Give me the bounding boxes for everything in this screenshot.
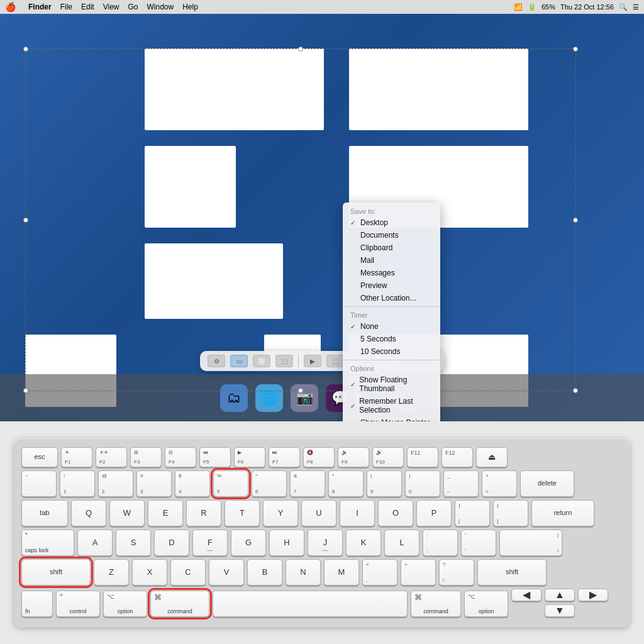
- key-power[interactable]: ⏏: [476, 447, 508, 467]
- key-4[interactable]: $ 4: [175, 470, 210, 497]
- key-j[interactable]: J —: [308, 530, 343, 556]
- ctx-remember-selection[interactable]: ✓Remember Last Selection: [343, 395, 440, 416]
- ctx-desktop[interactable]: ✓Desktop: [343, 216, 440, 229]
- key-f9[interactable]: 🔉 F9: [338, 447, 369, 467]
- key-comma[interactable]: < ,: [362, 559, 397, 586]
- key-left-arrow[interactable]: ◀: [511, 589, 541, 601]
- key-h[interactable]: H: [269, 530, 304, 556]
- key-k[interactable]: K: [346, 530, 381, 556]
- ctx-preview[interactable]: Preview: [343, 279, 440, 292]
- key-f3[interactable]: ⊞ F3: [130, 447, 162, 467]
- menu-finder[interactable]: Finder: [28, 3, 52, 11]
- key-tab[interactable]: tab: [21, 500, 68, 526]
- key-option-right[interactable]: ⌥ option: [464, 591, 508, 617]
- key-period[interactable]: > .: [401, 559, 436, 586]
- key-z[interactable]: Z: [94, 559, 129, 586]
- key-slash[interactable]: ? /: [439, 559, 474, 586]
- ctx-documents[interactable]: Documents: [343, 229, 440, 242]
- key-backslash[interactable]: | \: [499, 530, 562, 556]
- menu-edit[interactable]: Edit: [81, 3, 94, 11]
- key-equals[interactable]: + =: [482, 470, 517, 497]
- menu-help[interactable]: Help: [182, 3, 198, 11]
- key-delete[interactable]: delete: [520, 470, 574, 497]
- key-b[interactable]: B: [247, 559, 282, 586]
- key-c[interactable]: C: [170, 559, 206, 586]
- ctx-messages[interactable]: Messages: [343, 267, 440, 279]
- menu-view[interactable]: View: [103, 3, 119, 11]
- key-capslock[interactable]: * caps lock: [21, 530, 74, 556]
- key-bracket-right[interactable]: } ]: [493, 500, 528, 526]
- key-v[interactable]: V: [209, 559, 244, 586]
- menu-window[interactable]: Window: [147, 3, 174, 11]
- key-down-arrow[interactable]: ▼: [545, 604, 575, 617]
- toolbar-video2-icon[interactable]: ⬚: [326, 355, 344, 367]
- key-3[interactable]: # 3: [136, 470, 172, 497]
- key-u[interactable]: U: [301, 500, 336, 526]
- dock-finder[interactable]: 🗂: [220, 384, 248, 412]
- key-6[interactable]: ^ 6: [252, 470, 287, 497]
- key-8[interactable]: * 8: [328, 470, 364, 497]
- key-shift-left[interactable]: shift: [21, 559, 91, 586]
- key-f7[interactable]: ⏭ F7: [269, 447, 300, 467]
- key-q[interactable]: Q: [71, 500, 106, 526]
- key-f5[interactable]: ⏮ F5: [199, 447, 231, 467]
- key-5[interactable]: % 5: [213, 470, 248, 497]
- ctx-10sec[interactable]: 10 Seconds: [343, 345, 440, 358]
- menu-go[interactable]: Go: [128, 3, 138, 11]
- key-command-right[interactable]: ⌘ command: [411, 591, 461, 617]
- dock-screenshot[interactable]: 📷: [291, 384, 318, 412]
- key-x[interactable]: X: [132, 559, 167, 586]
- key-right-arrow[interactable]: ▶: [578, 589, 608, 601]
- ctx-mail[interactable]: Mail: [343, 254, 440, 267]
- key-9[interactable]: ( 9: [367, 470, 402, 497]
- ctx-other-location[interactable]: Other Location...: [343, 292, 440, 304]
- key-minus[interactable]: _ –: [443, 470, 479, 497]
- toolbar-window-icon[interactable]: ⬜: [253, 355, 270, 367]
- menu-file[interactable]: File: [60, 3, 72, 11]
- key-s[interactable]: S: [116, 530, 151, 556]
- key-o[interactable]: O: [378, 500, 413, 526]
- toolbar-screen-icon[interactable]: ▭: [230, 355, 248, 367]
- key-t[interactable]: T: [225, 500, 260, 526]
- key-up-arrow[interactable]: ▲: [545, 589, 575, 601]
- key-esc[interactable]: esc: [21, 447, 58, 467]
- key-f6[interactable]: ▶ F6: [234, 447, 265, 467]
- ctx-none[interactable]: ✓None: [343, 320, 440, 333]
- key-f10[interactable]: 🔊 F10: [372, 447, 404, 467]
- key-d[interactable]: D: [154, 530, 189, 556]
- key-f12[interactable]: F12: [441, 447, 473, 467]
- key-option-left[interactable]: ⌥ option: [103, 591, 147, 617]
- key-w[interactable]: W: [109, 500, 145, 526]
- key-command-left[interactable]: ⌘ command: [150, 591, 209, 617]
- key-f2[interactable]: ☀☀ F2: [96, 447, 127, 467]
- key-1[interactable]: ! 1: [60, 470, 95, 497]
- key-y[interactable]: Y: [263, 500, 298, 526]
- control-center-icon[interactable]: ☰: [633, 3, 639, 11]
- key-l[interactable]: L: [384, 530, 419, 556]
- apple-menu[interactable]: 🍎: [5, 2, 16, 12]
- key-shift-right[interactable]: shift: [477, 559, 547, 586]
- key-control[interactable]: ^ control: [56, 591, 100, 617]
- key-m[interactable]: M: [324, 559, 359, 586]
- key-2[interactable]: @ 2: [98, 470, 133, 497]
- key-quote[interactable]: " ': [461, 530, 496, 556]
- key-f1[interactable]: ☀ F1: [61, 447, 92, 467]
- key-f11[interactable]: F11: [407, 447, 438, 467]
- ctx-5sec[interactable]: 5 Seconds: [343, 333, 440, 345]
- ctx-show-pointer[interactable]: ✓Show Mouse Pointer: [343, 416, 440, 421]
- ctx-clipboard[interactable]: Clipboard: [343, 242, 440, 254]
- ctx-floating-thumbnail[interactable]: ✓Show Floating Thumbnail: [343, 374, 440, 395]
- key-i[interactable]: I: [340, 500, 375, 526]
- key-p[interactable]: P: [416, 500, 452, 526]
- key-return[interactable]: return: [531, 500, 594, 526]
- toolbar-gear-icon[interactable]: ⚙: [208, 355, 225, 367]
- key-f8[interactable]: 🔇 F8: [303, 447, 335, 467]
- key-7[interactable]: & 7: [290, 470, 325, 497]
- key-r[interactable]: R: [186, 500, 221, 526]
- key-tilde[interactable]: ~ `: [21, 470, 57, 497]
- key-bracket-left[interactable]: { [: [455, 500, 490, 526]
- toolbar-selection-icon[interactable]: ⬚: [275, 355, 293, 367]
- key-f[interactable]: F —: [192, 530, 228, 556]
- key-n[interactable]: N: [286, 559, 321, 586]
- key-a[interactable]: A: [77, 530, 113, 556]
